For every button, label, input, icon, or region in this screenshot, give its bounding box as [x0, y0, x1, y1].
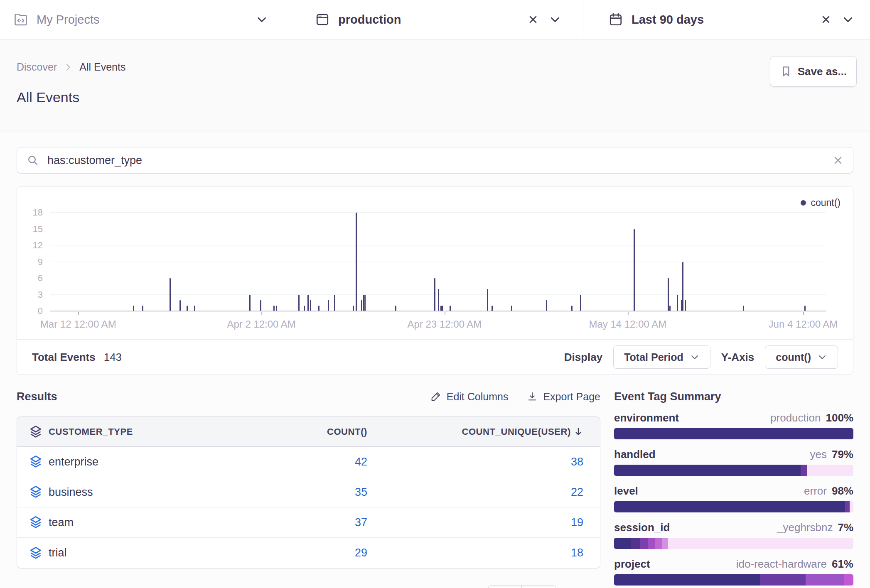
total-events-value: 143: [104, 351, 122, 364]
y-axis-label: 9: [18, 257, 43, 267]
tag-bar-segment: [614, 428, 853, 439]
tag-bar-segment: [807, 465, 853, 476]
x-axis-label: Jun 4 12:00 AM: [769, 318, 838, 330]
y-axis-label: 12: [18, 240, 43, 251]
export-page-button[interactable]: Export Page: [526, 391, 600, 403]
x-axis-label: May 14 12:00 AM: [589, 318, 666, 330]
tag-top-percent: 7%: [838, 521, 853, 534]
environment-selector[interactable]: production: [289, 0, 583, 39]
chart-footer: Total Events 143 Display Total Period Y-…: [17, 339, 853, 375]
chart-spike: [580, 295, 581, 311]
edit-columns-label: Edit Columns: [447, 391, 509, 403]
breadcrumb-current: All Events: [79, 61, 125, 73]
previous-page-button[interactable]: [488, 585, 522, 588]
yaxis-dropdown-value: count(): [776, 351, 811, 363]
tag-top-value: error: [804, 485, 827, 497]
chart-spike: [179, 300, 181, 311]
column-header-count[interactable]: COUNT(): [201, 426, 367, 437]
tag-distribution-bar[interactable]: [614, 574, 853, 586]
y-axis-label: 6: [18, 273, 43, 284]
next-page-button[interactable]: [522, 585, 555, 588]
chart-spike: [307, 295, 309, 311]
table-row[interactable]: trial 29 18: [17, 538, 600, 568]
breadcrumb-discover-link[interactable]: Discover: [17, 61, 57, 73]
bookmark-icon: [780, 65, 792, 78]
column-header-customer-type[interactable]: CUSTOMER_TYPE: [49, 426, 201, 437]
tag-name[interactable]: handled: [614, 448, 656, 461]
count-unique-user-value-link[interactable]: 18: [367, 546, 600, 559]
count-value-link[interactable]: 35: [201, 486, 367, 499]
chart-plot-area: 0369121518 Mar 12 12:00 AMApr 2 12:00 AM…: [50, 207, 826, 311]
environment-window-icon: [315, 12, 330, 27]
tag-bar-segment: [655, 538, 662, 549]
tag-bar-segment: [648, 538, 655, 549]
tag-summary-row: session_id _yeghrsbnz 7%: [614, 521, 853, 549]
count-value-link[interactable]: 29: [201, 546, 367, 559]
chart-spike: [363, 295, 364, 311]
chart-spike: [364, 295, 366, 311]
chevron-down-icon[interactable]: [256, 13, 268, 26]
display-dropdown[interactable]: Total Period: [613, 345, 710, 369]
table-row[interactable]: business 35 22: [17, 477, 600, 507]
edit-columns-button[interactable]: Edit Columns: [430, 391, 509, 403]
chart-spike: [170, 278, 171, 311]
save-as-button[interactable]: Save as...: [770, 56, 857, 87]
layers-icon: [17, 546, 49, 560]
chart-spike: [685, 300, 686, 311]
chart-spike: [361, 300, 362, 311]
tag-top-value: _yeghrsbnz: [777, 521, 833, 534]
tag-top-percent: 79%: [832, 448, 853, 461]
tag-bar-segment: [640, 538, 647, 549]
x-axis-tick: [261, 312, 262, 315]
clear-search-icon[interactable]: [832, 154, 844, 166]
gridline: [50, 278, 826, 278]
legend-label: count(): [811, 197, 841, 208]
x-axis-label: Mar 12 12:00 AM: [40, 318, 116, 330]
tag-bar-segment: [614, 465, 801, 476]
search-input[interactable]: [47, 154, 825, 167]
count-unique-user-value-link[interactable]: 38: [367, 456, 600, 468]
tag-top-value: ido-react-hardware: [736, 558, 827, 571]
count-unique-user-value-link[interactable]: 22: [367, 486, 600, 499]
column-header-count-unique-user[interactable]: COUNT_UNIQUE(USER): [367, 426, 600, 437]
layers-icon: [17, 485, 49, 499]
tag-bar-segment: [760, 574, 805, 586]
yaxis-dropdown[interactable]: count(): [765, 345, 838, 369]
clear-daterange-icon[interactable]: [820, 14, 832, 25]
environment-selector-label: production: [338, 13, 401, 27]
chevron-down-icon: [817, 352, 827, 362]
tag-distribution-bar[interactable]: [614, 538, 853, 549]
tag-top-value: yes: [810, 448, 826, 461]
tag-distribution-bar[interactable]: [614, 428, 853, 439]
tag-name[interactable]: environment: [614, 412, 679, 424]
display-label: Display: [564, 351, 603, 364]
chevron-down-icon[interactable]: [842, 13, 854, 26]
tag-distribution-bar[interactable]: [614, 501, 853, 512]
project-selector[interactable]: My Projects: [0, 0, 289, 39]
chart-spike: [634, 229, 635, 311]
tag-top-percent: 61%: [832, 558, 853, 571]
tag-name[interactable]: level: [614, 485, 638, 497]
tag-name[interactable]: session_id: [614, 521, 670, 534]
count-unique-user-value-link[interactable]: 19: [367, 516, 600, 529]
table-row[interactable]: team 37 19: [17, 507, 600, 538]
chart-spike: [681, 300, 682, 311]
count-value-link[interactable]: 37: [201, 516, 367, 529]
tag-name[interactable]: project: [614, 558, 650, 571]
x-axis-tick: [78, 312, 79, 315]
clear-environment-icon[interactable]: [527, 14, 539, 25]
chevron-right-icon: [63, 62, 73, 72]
chart-legend[interactable]: count(): [801, 197, 841, 208]
daterange-selector[interactable]: Last 90 days: [583, 0, 870, 39]
tag-distribution-bar[interactable]: [614, 465, 853, 476]
table-row[interactable]: enterprise 42 38: [17, 447, 600, 477]
x-axis-label: Apr 2 12:00 AM: [227, 318, 295, 330]
tag-bar-segment: [806, 574, 844, 586]
count-value-link[interactable]: 42: [201, 456, 367, 468]
events-chart-panel: count() 0369121518 Mar 12 12:00 AMApr 2 …: [17, 186, 853, 375]
chart-spike: [434, 278, 435, 311]
chevron-down-icon[interactable]: [549, 13, 561, 26]
tag-bar-segment: [668, 538, 853, 549]
tag-bar-segment: [614, 574, 760, 586]
tag-summary-row: handled yes 79%: [614, 448, 853, 476]
